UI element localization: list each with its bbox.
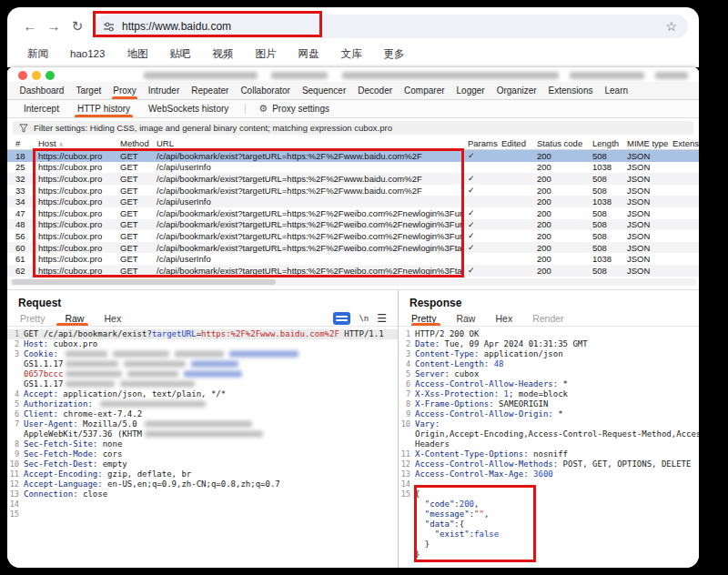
cell-host: https://cubox.pro (35, 208, 116, 218)
inspector-toggle-icon[interactable] (333, 312, 350, 325)
editor-tab-render[interactable]: Render (522, 310, 573, 326)
table-row[interactable]: 60https://cubox.proGET/c/api/bookmark/ex… (7, 242, 699, 254)
table-row[interactable]: 33https://cubox.proGET/c/api/bookmark/ex… (7, 185, 699, 197)
column-header-params[interactable]: Params (464, 138, 498, 148)
code-line: 5Authorization: (7, 399, 398, 409)
main-tab-logger[interactable]: Logger (450, 82, 490, 99)
gear-icon: ⚙ (258, 103, 268, 115)
scrollbar-thumb[interactable] (12, 279, 276, 285)
line-number: 2 (7, 339, 24, 349)
bookmark-item[interactable]: 网盘 (298, 47, 318, 61)
column-header-extension[interactable]: Extension (669, 138, 699, 148)
response-tab-bar: PrettyRawHexRender (399, 310, 699, 327)
code-line: 2Date: Tue, 09 Apr 2024 01:31:35 GMT (399, 339, 699, 349)
table-row[interactable]: 62https://cubox.proGET/c/api/bookmark/ex… (7, 265, 699, 277)
cell-method: GET (116, 162, 153, 172)
cell-mime: JSON (623, 231, 669, 241)
bookmark-item[interactable]: 更多 (383, 47, 404, 61)
table-row[interactable]: 47https://cubox.proGET/c/api/bookmark/ex… (7, 207, 699, 219)
show-newlines-icon[interactable]: \n (359, 314, 369, 323)
cell-num: 33 (7, 186, 35, 196)
line-number: 1 (7, 329, 24, 339)
redacted-text (124, 361, 186, 368)
main-tab-dashboard[interactable]: Dashboard (14, 82, 70, 99)
main-tab-target[interactable]: Target (70, 82, 107, 99)
url-text[interactable]: https://www.baidu.com (122, 20, 231, 33)
filter-settings-bar[interactable]: Filter settings: Hiding CSS, image and g… (13, 121, 693, 135)
main-tab-decoder[interactable]: Decoder (352, 82, 399, 99)
address-bar[interactable]: https://www.baidu.com ☆ (95, 15, 688, 38)
forward-button[interactable]: → (42, 15, 66, 38)
editor-tab-hex[interactable]: Hex (94, 310, 131, 326)
main-tab-extensions[interactable]: Extensions (542, 82, 599, 99)
table-row[interactable]: 48https://cubox.proGET/c/api/bookmark/ex… (7, 219, 699, 231)
bookmark-item[interactable]: 贴吧 (169, 47, 190, 61)
cell-method: GET (116, 174, 153, 184)
bookmark-item[interactable]: 视频 (212, 47, 233, 61)
bookmark-item[interactable]: 地图 (126, 47, 147, 61)
sub-tab-http-history[interactable]: HTTP history (68, 100, 139, 117)
editor-tab-pretty[interactable]: Pretty (410, 310, 446, 326)
bookmark-item[interactable]: 图片 (255, 47, 276, 61)
minimize-window-button[interactable] (32, 71, 41, 80)
editor-tab-hex[interactable]: Hex (485, 310, 522, 326)
horizontal-scrollbar[interactable] (9, 278, 697, 286)
main-tab-sequencer[interactable]: Sequencer (296, 82, 351, 99)
main-tab-comparer[interactable]: Comparer (399, 82, 450, 99)
table-row[interactable]: 56https://cubox.proGET/c/api/bookmark/ex… (7, 230, 699, 242)
cell-num: 34 (7, 197, 35, 207)
column-header-num[interactable]: # (7, 138, 35, 148)
table-row[interactable]: 25https://cubox.proGET/c/api/userInfo200… (7, 162, 699, 174)
sub-tab-websockets-history[interactable]: WebSockets history (139, 100, 238, 117)
zoom-window-button[interactable] (46, 71, 55, 80)
sub-tab-intercept[interactable]: Intercept (15, 100, 68, 117)
site-settings-icon[interactable] (103, 21, 115, 33)
table-header-row[interactable]: #Host∧MethodURLParamsEditedStatus codeLe… (7, 137, 699, 150)
main-tab-intruder[interactable]: Intruder (142, 82, 185, 99)
close-window-button[interactable] (18, 71, 27, 80)
code-line: 15 (7, 509, 398, 520)
column-header-mime-type[interactable]: MIME type (623, 138, 669, 148)
main-tab-organizer[interactable]: Organizer (490, 82, 542, 99)
code-line: 8Sec-Fetch-Site: none (7, 439, 398, 449)
line-number: 15 (399, 489, 415, 499)
table-row[interactable]: 34https://cubox.proGET/c/api/userInfo200… (7, 196, 699, 207)
cell-params: ✓ (464, 243, 498, 252)
code-line: 6Client: chrome-ext-7.4.2 (7, 409, 398, 419)
request-editor[interactable]: 1GET /c/api/bookmark/exist?targetURL=htt… (7, 327, 398, 520)
line-number (399, 509, 415, 520)
editor-tab-raw[interactable]: Raw (446, 310, 485, 326)
response-editor[interactable]: 1HTTP/2 200 OK2Date: Tue, 09 Apr 2024 01… (399, 327, 699, 560)
cell-url: /c/api/bookmark/exist?targetURL=https:%2… (153, 266, 464, 276)
column-header-status-code[interactable]: Status code (533, 138, 589, 148)
back-button[interactable]: ← (18, 15, 42, 38)
column-header-host[interactable]: Host∧ (35, 138, 116, 148)
column-header-url[interactable]: URL (153, 138, 464, 148)
column-header-length[interactable]: Length (589, 138, 623, 148)
table-row[interactable]: 18https://cubox.proGET/c/api/bookmark/ex… (7, 150, 699, 162)
column-header-edited[interactable]: Edited (498, 138, 533, 148)
cell-length: 508 (589, 208, 623, 218)
bookmark-item[interactable]: 新闻 (27, 47, 48, 61)
bookmark-item[interactable]: hao123 (70, 48, 105, 59)
column-header-method[interactable]: Method (116, 138, 153, 148)
main-tab-repeater[interactable]: Repeater (186, 82, 235, 99)
proxy-settings-button[interactable]: ⚙ Proxy settings (253, 100, 335, 117)
cell-host: https://cubox.pro (35, 243, 116, 253)
cell-host: https://cubox.pro (35, 254, 116, 264)
redacted-text (184, 371, 242, 378)
menu-icon[interactable]: ☰ (377, 313, 387, 324)
code-line: 2Host: cubox.pro (7, 339, 398, 349)
editor-tab-raw[interactable]: Raw (55, 310, 94, 326)
main-tab-proxy[interactable]: Proxy (107, 82, 143, 99)
bookmark-star-icon[interactable]: ☆ (665, 19, 677, 34)
code-line: 13Access-Control-Max-Age: 3600 (399, 469, 699, 479)
main-tab-learn[interactable]: Learn (599, 82, 634, 99)
bookmark-item[interactable]: 文库 (340, 47, 361, 61)
table-row[interactable]: 61https://cubox.proGET/c/api/userInfo200… (7, 253, 699, 265)
reload-button[interactable]: ↻ (66, 15, 89, 38)
main-tab-collaborator[interactable]: Collaborator (235, 82, 296, 99)
line-number (399, 439, 415, 449)
editor-tab-pretty[interactable]: Pretty (18, 310, 55, 326)
table-row[interactable]: 32https://cubox.proGET/c/api/bookmark/ex… (7, 173, 699, 185)
